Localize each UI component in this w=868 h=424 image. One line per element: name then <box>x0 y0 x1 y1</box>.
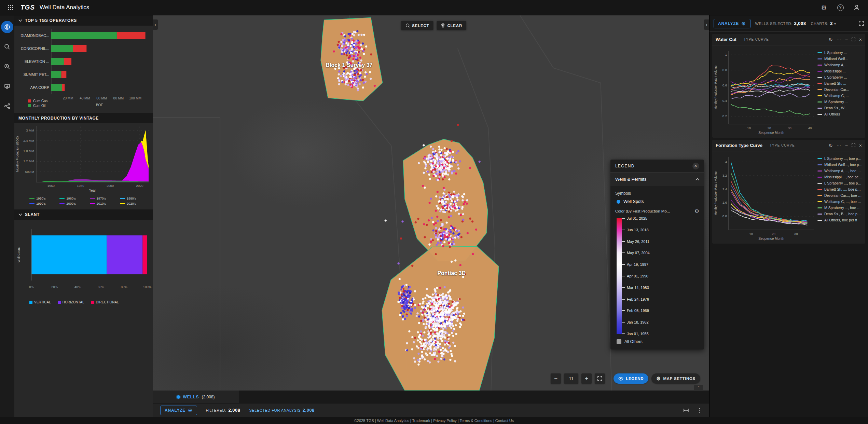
legend-button[interactable]: LEGEND <box>614 373 648 384</box>
refresh-icon[interactable]: ↻ <box>829 37 833 42</box>
chart-legend-item[interactable]: Barnett Sh. ..., boe per ft <box>817 186 863 192</box>
gradient-tick <box>622 264 625 265</box>
map-top-buttons: SELECT CLEAR <box>401 21 466 30</box>
zoom-in-button[interactable]: + <box>581 373 592 384</box>
map-fullscreen-button[interactable] <box>595 373 605 384</box>
map-tool-button[interactable] <box>1 21 13 33</box>
slant-section-header[interactable]: SLANT <box>14 209 153 220</box>
zoom-out-button[interactable]: − <box>551 373 561 384</box>
legend-item[interactable]: 2010's <box>90 202 118 205</box>
legend-item[interactable]: VERTICAL <box>29 300 51 304</box>
legend-label: Dean Ss., W... <box>824 106 847 110</box>
legend-item[interactable]: 1980's <box>120 196 148 200</box>
legend-item[interactable]: 1960's <box>59 196 87 200</box>
clear-button[interactable]: CLEAR <box>437 21 466 30</box>
collapse-right-panel-button[interactable]: › <box>704 19 709 30</box>
legend-date-stop: Feb 05, 1969 <box>622 309 649 313</box>
export-tool-button[interactable] <box>1 80 13 93</box>
chart-legend-item[interactable]: Midland Wolf... <box>817 56 863 62</box>
gradient-tick <box>622 230 625 230</box>
chart-legend-item[interactable]: All Others <box>817 111 863 117</box>
topbar: TGS Well Data Analytics ⚙ ? <box>0 0 868 15</box>
chart-legend-item[interactable]: All Others, boe per ft <box>817 217 863 223</box>
legend-swatch <box>29 301 32 304</box>
legend-item[interactable]: 1990's <box>29 202 57 205</box>
refresh-icon[interactable]: ↻ <box>829 143 833 148</box>
chart-legend-item[interactable]: Mississippi ..., boe per ft <box>817 174 863 180</box>
chart-legend-item[interactable]: Dean Ss., W... <box>817 105 863 111</box>
map-settings-button[interactable]: ⚙ MAP SETTINGS <box>651 373 700 384</box>
collapse-left-panel-button[interactable]: ‹ <box>153 19 158 30</box>
chart-legend-item[interactable]: Dean Ss., B..., boe per ft <box>817 211 863 217</box>
search-icon <box>4 43 11 50</box>
more-options-button[interactable] <box>698 407 702 414</box>
svg-text:0.2: 0.2 <box>722 114 727 118</box>
map-canvas[interactable]: SELECT CLEAR ‹ › LEGEND × We <box>153 15 709 391</box>
chart-legend-item[interactable]: Wolfcamp A, ... <box>817 62 863 68</box>
legend-item[interactable]: HORIZONTAL <box>58 300 84 304</box>
chart-legend-item[interactable]: L Spraberry ... <box>817 74 863 80</box>
color-settings-gear-icon[interactable]: ⚙ <box>695 208 699 214</box>
analyze-button[interactable]: ANALYZE⊕ <box>714 19 750 28</box>
more-options-icon[interactable]: ⋯ <box>837 143 841 148</box>
chart-legend-item[interactable]: Barnett Sh. ... <box>817 80 863 86</box>
legend-item[interactable]: DIRECTIONAL <box>91 300 119 304</box>
chart-legend-item[interactable]: L Spraberry ..., boe per ft <box>817 180 863 186</box>
apps-grid-icon[interactable] <box>6 3 15 12</box>
legend-section-label: Wells & Permits <box>615 177 647 182</box>
svg-text:30: 30 <box>794 232 798 236</box>
legend-label: HORIZONTAL <box>63 300 84 304</box>
share-tool-button[interactable] <box>1 100 13 112</box>
minimize-icon[interactable]: − <box>845 143 848 148</box>
close-icon[interactable]: × <box>692 163 699 169</box>
expand-icon[interactable] <box>852 38 855 41</box>
legend-label: All Others, boe per ft <box>824 218 857 222</box>
chart-legend-item[interactable]: Wolfcamp A, ..., boe per ft <box>817 168 863 174</box>
minimize-icon[interactable]: − <box>845 37 848 42</box>
svg-text:Monthly Production Rate / Volu: Monthly Production Rate / Volume <box>714 171 717 215</box>
chart-legend-item[interactable]: Devonian Car... <box>817 86 863 93</box>
chart-legend-item[interactable]: Wolfcamp C, ..., boe per ft <box>817 199 863 205</box>
panel-fullscreen-button[interactable] <box>859 21 864 26</box>
operators-section-header[interactable]: TOP 5 TGS OPERATORS <box>14 15 153 26</box>
legend-section-wells-permits[interactable]: Wells & Permits <box>610 173 704 186</box>
more-options-icon[interactable]: ⋯ <box>837 37 841 42</box>
legend-label: M Spraberry ... <box>824 100 848 104</box>
expand-icon[interactable] <box>852 143 855 147</box>
close-icon[interactable]: × <box>859 143 862 148</box>
chart-legend-item[interactable]: Wolfcamp C, ... <box>817 93 863 99</box>
footer-links[interactable]: ©2025 TGS | Well Data Analytics | Tradem… <box>354 419 514 423</box>
gradient-date-label: Feb 24, 1976 <box>627 297 649 301</box>
analysis-bar: ANALYZE⊕ FILTERED:2,008 SELECTED FOR ANA… <box>153 403 709 417</box>
search-wells-tool-button[interactable] <box>1 60 13 73</box>
svg-text:80 MM: 80 MM <box>113 96 124 100</box>
chart-legend-item[interactable]: L Spraberry ... <box>817 50 863 56</box>
legend-item[interactable]: 1950's <box>29 196 57 200</box>
chart-legend-item[interactable]: Midland Wolf..., boe per ft <box>817 162 863 168</box>
chart-legend-item[interactable]: Devonian Car..., boe per ft <box>817 192 863 199</box>
settings-gear-icon[interactable]: ⚙ <box>819 2 829 13</box>
search-tool-button[interactable] <box>1 41 13 53</box>
legend-item[interactable]: 2020's <box>120 202 148 205</box>
chart-legend-item[interactable]: L Spraberry ..., boe per ft <box>817 155 863 162</box>
chart-legend-item[interactable]: M Spraberry ..., boe per ft <box>817 205 863 211</box>
help-icon[interactable]: ? <box>835 2 845 13</box>
tab-wells[interactable]: WELLS (2,008) <box>153 391 239 403</box>
vintage-section-header[interactable]: MONTHLY PRODUCTION BY VINTAGE <box>14 113 153 123</box>
legend-item[interactable]: 1970's <box>90 196 118 200</box>
legend-item[interactable]: 2000's <box>59 202 87 205</box>
chart-legend-item[interactable]: M Spraberry ... <box>817 99 863 105</box>
svg-text:1960: 1960 <box>47 184 55 188</box>
collapse-bottom-panel-button[interactable]: ^ <box>694 385 703 390</box>
chart-legend-item[interactable]: Mississippi ... <box>817 68 863 74</box>
expand-width-button[interactable] <box>683 408 689 412</box>
select-button[interactable]: SELECT <box>401 21 433 30</box>
gradient-date-label: Apr 19, 1997 <box>627 262 648 266</box>
legend-swatch <box>29 203 35 204</box>
legend-swatch <box>817 58 822 59</box>
slant-chart-legend: VERTICALHORIZONTALDIRECTIONAL <box>29 300 153 304</box>
account-icon[interactable] <box>852 2 862 13</box>
analyze-button[interactable]: ANALYZE⊕ <box>160 406 197 415</box>
charts-dropdown[interactable]: CHARTS:2▾ <box>811 21 836 26</box>
close-icon[interactable]: × <box>859 37 862 42</box>
